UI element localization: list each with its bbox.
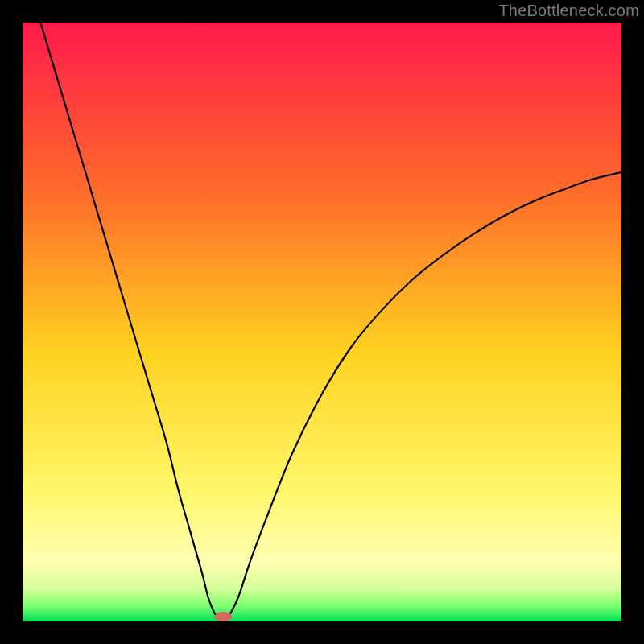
gradient-background (23, 23, 621, 621)
bottleneck-chart (23, 23, 621, 621)
watermark-text: TheBottleneck.com (498, 2, 639, 20)
minimum-marker (214, 612, 232, 621)
chart-frame (23, 23, 621, 621)
